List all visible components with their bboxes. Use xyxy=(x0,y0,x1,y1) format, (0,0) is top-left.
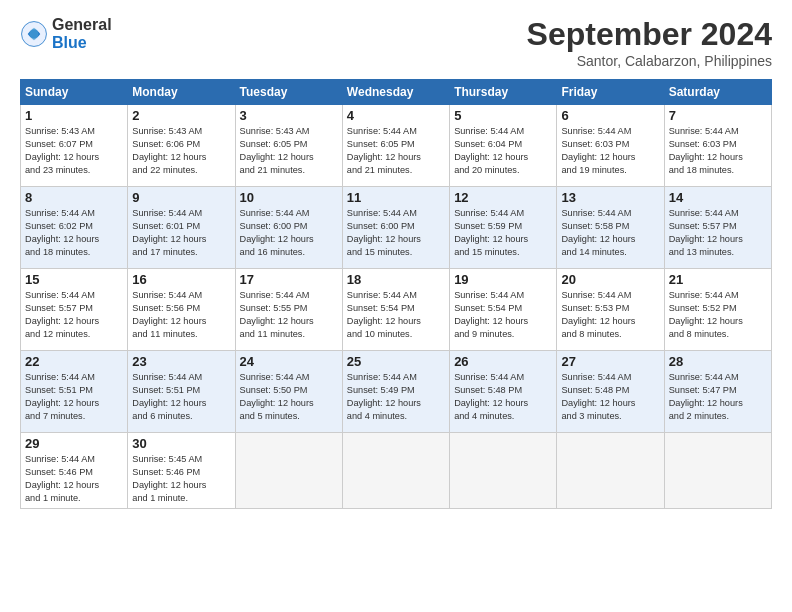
col-friday: Friday xyxy=(557,80,664,105)
day-cell: 23 Sunrise: 5:44 AM Sunset: 5:51 PM Dayl… xyxy=(128,351,235,433)
day-info: Sunrise: 5:44 AM Sunset: 5:51 PM Dayligh… xyxy=(132,371,230,423)
day-number: 23 xyxy=(132,354,230,369)
day-cell: 15 Sunrise: 5:44 AM Sunset: 5:57 PM Dayl… xyxy=(21,269,128,351)
day-cell: 5 Sunrise: 5:44 AM Sunset: 6:04 PM Dayli… xyxy=(450,105,557,187)
day-info: Sunrise: 5:44 AM Sunset: 6:03 PM Dayligh… xyxy=(669,125,767,177)
day-cell: 7 Sunrise: 5:44 AM Sunset: 6:03 PM Dayli… xyxy=(664,105,771,187)
col-monday: Monday xyxy=(128,80,235,105)
day-number: 19 xyxy=(454,272,552,287)
day-cell: 3 Sunrise: 5:43 AM Sunset: 6:05 PM Dayli… xyxy=(235,105,342,187)
day-info: Sunrise: 5:44 AM Sunset: 6:02 PM Dayligh… xyxy=(25,207,123,259)
day-info: Sunrise: 5:43 AM Sunset: 6:05 PM Dayligh… xyxy=(240,125,338,177)
day-info: Sunrise: 5:44 AM Sunset: 5:46 PM Dayligh… xyxy=(25,453,123,505)
col-wednesday: Wednesday xyxy=(342,80,449,105)
day-number: 7 xyxy=(669,108,767,123)
day-cell: 2 Sunrise: 5:43 AM Sunset: 6:06 PM Dayli… xyxy=(128,105,235,187)
day-cell: 6 Sunrise: 5:44 AM Sunset: 6:03 PM Dayli… xyxy=(557,105,664,187)
day-number: 2 xyxy=(132,108,230,123)
calendar-title: September 2024 xyxy=(527,16,772,53)
day-cell: 13 Sunrise: 5:44 AM Sunset: 5:58 PM Dayl… xyxy=(557,187,664,269)
day-number: 24 xyxy=(240,354,338,369)
week-row-1: 1 Sunrise: 5:43 AM Sunset: 6:07 PM Dayli… xyxy=(21,105,772,187)
day-number: 10 xyxy=(240,190,338,205)
day-info: Sunrise: 5:44 AM Sunset: 5:59 PM Dayligh… xyxy=(454,207,552,259)
day-cell: 30 Sunrise: 5:45 AM Sunset: 5:46 PM Dayl… xyxy=(128,433,235,509)
day-number: 21 xyxy=(669,272,767,287)
day-info: Sunrise: 5:45 AM Sunset: 5:46 PM Dayligh… xyxy=(132,453,230,505)
day-cell: 4 Sunrise: 5:44 AM Sunset: 6:05 PM Dayli… xyxy=(342,105,449,187)
day-info: Sunrise: 5:44 AM Sunset: 6:04 PM Dayligh… xyxy=(454,125,552,177)
day-cell: 27 Sunrise: 5:44 AM Sunset: 5:48 PM Dayl… xyxy=(557,351,664,433)
col-saturday: Saturday xyxy=(664,80,771,105)
day-cell: 18 Sunrise: 5:44 AM Sunset: 5:54 PM Dayl… xyxy=(342,269,449,351)
week-row-2: 8 Sunrise: 5:44 AM Sunset: 6:02 PM Dayli… xyxy=(21,187,772,269)
day-number: 18 xyxy=(347,272,445,287)
week-row-5: 29 Sunrise: 5:44 AM Sunset: 5:46 PM Dayl… xyxy=(21,433,772,509)
calendar-subtitle: Santor, Calabarzon, Philippines xyxy=(527,53,772,69)
day-number: 13 xyxy=(561,190,659,205)
week-row-4: 22 Sunrise: 5:44 AM Sunset: 5:51 PM Dayl… xyxy=(21,351,772,433)
day-number: 25 xyxy=(347,354,445,369)
day-number: 12 xyxy=(454,190,552,205)
day-info: Sunrise: 5:44 AM Sunset: 5:48 PM Dayligh… xyxy=(454,371,552,423)
logo-blue-text: Blue xyxy=(52,34,112,52)
day-info: Sunrise: 5:44 AM Sunset: 5:58 PM Dayligh… xyxy=(561,207,659,259)
day-info: Sunrise: 5:44 AM Sunset: 5:48 PM Dayligh… xyxy=(561,371,659,423)
day-number: 30 xyxy=(132,436,230,451)
day-cell xyxy=(557,433,664,509)
day-info: Sunrise: 5:44 AM Sunset: 5:54 PM Dayligh… xyxy=(347,289,445,341)
day-info: Sunrise: 5:44 AM Sunset: 6:00 PM Dayligh… xyxy=(240,207,338,259)
day-cell xyxy=(235,433,342,509)
day-number: 29 xyxy=(25,436,123,451)
day-number: 1 xyxy=(25,108,123,123)
day-cell: 12 Sunrise: 5:44 AM Sunset: 5:59 PM Dayl… xyxy=(450,187,557,269)
day-info: Sunrise: 5:43 AM Sunset: 6:07 PM Dayligh… xyxy=(25,125,123,177)
day-cell: 9 Sunrise: 5:44 AM Sunset: 6:01 PM Dayli… xyxy=(128,187,235,269)
day-info: Sunrise: 5:44 AM Sunset: 5:57 PM Dayligh… xyxy=(25,289,123,341)
day-number: 15 xyxy=(25,272,123,287)
day-cell: 11 Sunrise: 5:44 AM Sunset: 6:00 PM Dayl… xyxy=(342,187,449,269)
day-cell: 16 Sunrise: 5:44 AM Sunset: 5:56 PM Dayl… xyxy=(128,269,235,351)
day-cell xyxy=(342,433,449,509)
day-number: 22 xyxy=(25,354,123,369)
logo: General Blue xyxy=(20,16,112,51)
logo-text: General Blue xyxy=(52,16,112,51)
day-cell: 1 Sunrise: 5:43 AM Sunset: 6:07 PM Dayli… xyxy=(21,105,128,187)
day-info: Sunrise: 5:44 AM Sunset: 6:01 PM Dayligh… xyxy=(132,207,230,259)
day-number: 8 xyxy=(25,190,123,205)
col-sunday: Sunday xyxy=(21,80,128,105)
day-info: Sunrise: 5:44 AM Sunset: 5:47 PM Dayligh… xyxy=(669,371,767,423)
page: General Blue September 2024 Santor, Cala… xyxy=(0,0,792,612)
day-number: 11 xyxy=(347,190,445,205)
col-tuesday: Tuesday xyxy=(235,80,342,105)
day-cell: 26 Sunrise: 5:44 AM Sunset: 5:48 PM Dayl… xyxy=(450,351,557,433)
day-info: Sunrise: 5:43 AM Sunset: 6:06 PM Dayligh… xyxy=(132,125,230,177)
day-number: 17 xyxy=(240,272,338,287)
day-number: 4 xyxy=(347,108,445,123)
day-cell: 10 Sunrise: 5:44 AM Sunset: 6:00 PM Dayl… xyxy=(235,187,342,269)
day-number: 27 xyxy=(561,354,659,369)
day-info: Sunrise: 5:44 AM Sunset: 5:53 PM Dayligh… xyxy=(561,289,659,341)
day-number: 16 xyxy=(132,272,230,287)
week-row-3: 15 Sunrise: 5:44 AM Sunset: 5:57 PM Dayl… xyxy=(21,269,772,351)
day-number: 6 xyxy=(561,108,659,123)
day-info: Sunrise: 5:44 AM Sunset: 6:00 PM Dayligh… xyxy=(347,207,445,259)
day-cell xyxy=(450,433,557,509)
logo-icon xyxy=(20,20,48,48)
day-info: Sunrise: 5:44 AM Sunset: 5:57 PM Dayligh… xyxy=(669,207,767,259)
day-cell: 24 Sunrise: 5:44 AM Sunset: 5:50 PM Dayl… xyxy=(235,351,342,433)
logo-general-text: General xyxy=(52,16,112,34)
header-row: Sunday Monday Tuesday Wednesday Thursday… xyxy=(21,80,772,105)
day-cell xyxy=(664,433,771,509)
day-info: Sunrise: 5:44 AM Sunset: 6:03 PM Dayligh… xyxy=(561,125,659,177)
day-info: Sunrise: 5:44 AM Sunset: 5:51 PM Dayligh… xyxy=(25,371,123,423)
day-cell: 22 Sunrise: 5:44 AM Sunset: 5:51 PM Dayl… xyxy=(21,351,128,433)
day-cell: 21 Sunrise: 5:44 AM Sunset: 5:52 PM Dayl… xyxy=(664,269,771,351)
day-info: Sunrise: 5:44 AM Sunset: 5:52 PM Dayligh… xyxy=(669,289,767,341)
day-info: Sunrise: 5:44 AM Sunset: 6:05 PM Dayligh… xyxy=(347,125,445,177)
day-info: Sunrise: 5:44 AM Sunset: 5:56 PM Dayligh… xyxy=(132,289,230,341)
day-info: Sunrise: 5:44 AM Sunset: 5:55 PM Dayligh… xyxy=(240,289,338,341)
day-cell: 19 Sunrise: 5:44 AM Sunset: 5:54 PM Dayl… xyxy=(450,269,557,351)
title-block: September 2024 Santor, Calabarzon, Phili… xyxy=(527,16,772,69)
day-number: 3 xyxy=(240,108,338,123)
